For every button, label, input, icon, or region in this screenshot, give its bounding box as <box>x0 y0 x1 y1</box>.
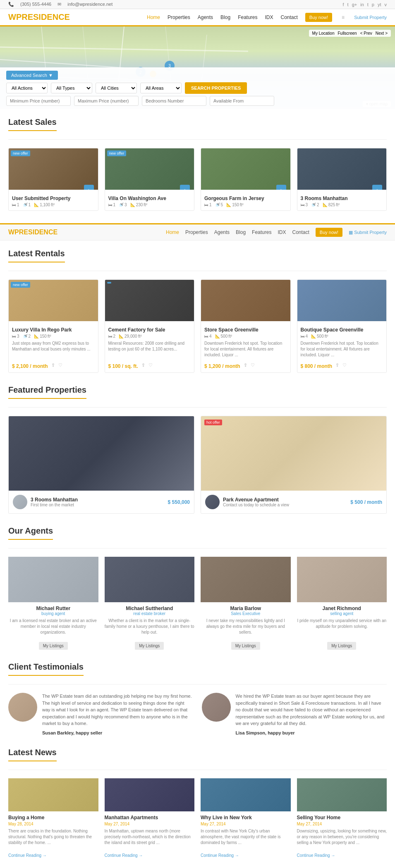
sec-submit-prop[interactable]: ▦ Submit Property <box>349 230 387 235</box>
share-icon-3[interactable]: ⇪ <box>335 362 339 368</box>
testimonial-content-1: We hired the WP Estate team as our buyer… <box>236 693 387 735</box>
svg-line-5 <box>0 47 248 51</box>
my-listings-btn-2[interactable]: My Listings <box>231 642 260 650</box>
sec-nav-features[interactable]: Features <box>252 229 271 235</box>
nav-home[interactable]: Home <box>147 14 160 20</box>
social-linkedin[interactable]: in <box>360 2 364 7</box>
agent-role-2: Sales Executive <box>201 611 291 616</box>
rental-info-0: Luxury Villa In Rego Park 🛏 3 🚿 2 📐 150 … <box>9 321 98 372</box>
next-btn[interactable]: Next > <box>376 31 388 36</box>
featured-card-0[interactable]: 3 Rooms Manhattan First time on the mark… <box>8 416 194 514</box>
nav-features[interactable]: Features <box>238 14 257 20</box>
logo[interactable]: WPRESIDENCE <box>8 12 70 22</box>
agents-divider <box>8 548 387 548</box>
email-icon: ✉ <box>57 2 61 7</box>
testimonial-name-1: Lisa Simpson, happy buyer <box>236 730 387 735</box>
favorite-icon-0[interactable]: ♡ <box>58 362 62 368</box>
social-facebook[interactable]: f <box>343 2 344 7</box>
testimonials-title: Client Testimonials <box>8 662 84 676</box>
my-location-btn[interactable]: My Location <box>312 31 335 36</box>
continue-reading-2[interactable]: Continue Reading → <box>201 853 291 858</box>
nav-properties[interactable]: Properties <box>168 14 190 20</box>
agent-card-0: Michael Rutter buying agent I am a licen… <box>8 557 98 650</box>
nav-agents[interactable]: Agents <box>198 14 213 20</box>
latest-rentals-section: Latest Rentals new offer Luxury Villa In… <box>8 249 387 373</box>
favorite-icon-2[interactable]: ♡ <box>251 362 255 368</box>
social-vine[interactable]: v <box>385 2 387 7</box>
search-inputs-row <box>6 96 389 106</box>
favorite-icon-1[interactable]: ♡ <box>148 362 153 368</box>
my-listings-btn-0[interactable]: My Listings <box>39 642 68 650</box>
sec-nav-idx[interactable]: IDX <box>278 229 286 235</box>
rental-actions-0: $ 2,100 / month ⇪ ♡ <box>12 361 95 369</box>
actions-filter[interactable]: All Actions <box>6 83 48 93</box>
agent-role-0: buying agent <box>8 611 98 616</box>
sec-nav-home[interactable]: Home <box>166 229 179 235</box>
submit-property-link[interactable]: Submit Property <box>354 15 387 20</box>
share-icon-0[interactable]: ⇪ <box>51 362 55 368</box>
max-price-input[interactable] <box>74 96 139 106</box>
logo-wp: WP <box>8 12 22 21</box>
sec-nav-contact[interactable]: Contact <box>292 229 309 235</box>
rental-info-1: Cement Factory for Sale 🛏 2 📐 29,000 ft²… <box>105 321 194 372</box>
search-properties-button[interactable]: SEARCH PROPERTIES <box>185 82 247 94</box>
email-address: info@wpresidence.net <box>67 2 113 7</box>
nav-contact[interactable]: Contact <box>281 14 298 20</box>
min-price-input[interactable] <box>6 96 71 106</box>
map-container: 2 3 My Location Fullscreen < Prev Next >… <box>0 26 395 109</box>
buy-now-button[interactable]: Buy now! <box>305 13 332 22</box>
social-tumblr[interactable]: t <box>367 2 369 7</box>
map-navigation[interactable]: My Location Fullscreen < Prev Next > <box>309 30 391 37</box>
my-listings-btn-3[interactable]: My Listings <box>327 642 356 650</box>
types-filter[interactable]: All Types <box>51 83 92 93</box>
news-date-3: May 27, 2014 <box>297 822 387 826</box>
featured-price-1: $ 500 / month <box>350 499 382 505</box>
rental-card-0[interactable]: new offer Luxury Villa In Rego Park 🛏 3 … <box>8 279 98 373</box>
advanced-search-button[interactable]: Advanced Search ▼ <box>6 71 58 80</box>
rental-info-3: Boutique Space Greenville 🛏 4 📐 500 ft² … <box>297 321 387 372</box>
sale-card-3[interactable]: ⌂ 3 Rooms Manhattan 🛏 3 🚿 2 📐 825 ft² <box>297 148 387 211</box>
contact-info: 📞 (305) 555-4446 ✉ info@wpresidence.net <box>8 2 113 7</box>
featured-img-0 <box>9 416 194 491</box>
testimonial-photo-0 <box>8 693 37 722</box>
sec-buy-now[interactable]: Buy now! <box>316 228 342 237</box>
sale-card-2[interactable]: ⌂ Gorgeous Farm in Jersey 🛏 1 🚿 5 📐 150 … <box>201 148 291 211</box>
news-divider <box>8 770 387 770</box>
continue-reading-1[interactable]: Continue Reading → <box>105 853 195 858</box>
share-icon-1[interactable]: ⇪ <box>141 362 145 368</box>
map-background[interactable]: 2 3 My Location Fullscreen < Prev Next >… <box>0 26 395 109</box>
nav-blog[interactable]: Blog <box>220 14 230 20</box>
social-google[interactable]: g+ <box>352 2 357 7</box>
sec-nav-properties[interactable]: Properties <box>185 229 208 235</box>
rental-title-0: Luxury Villa In Rego Park <box>12 327 95 333</box>
favorite-icon-3[interactable]: ♡ <box>342 362 347 368</box>
rental-card-1[interactable]: Cement Factory for Sale 🛏 2 📐 29,000 ft²… <box>105 279 195 373</box>
news-card-0: Buying a Home May 28, 2014 There are cra… <box>8 778 98 858</box>
cities-filter[interactable]: All Cities <box>96 83 137 93</box>
sec-nav-agents[interactable]: Agents <box>214 229 230 235</box>
property-icon-3: ⌂ <box>372 185 382 190</box>
header: WPRESIDENCE Home Properties Agents Blog … <box>0 9 395 26</box>
social-links[interactable]: f t g+ in t p yt v <box>343 2 387 7</box>
news-date-0: May 28, 2014 <box>8 822 98 826</box>
featured-card-1[interactable]: hot offer Park Avenue Apartment Contact … <box>201 416 387 514</box>
continue-reading-3[interactable]: Continue Reading → <box>297 853 387 858</box>
social-pinterest[interactable]: p <box>372 2 374 7</box>
social-youtube[interactable]: yt <box>378 2 381 7</box>
sec-nav-blog[interactable]: Blog <box>236 229 246 235</box>
share-icon-2[interactable]: ⇪ <box>244 362 247 368</box>
continue-reading-0[interactable]: Continue Reading → <box>8 853 98 858</box>
prev-btn[interactable]: < Prev <box>360 31 372 36</box>
rental-card-3[interactable]: Boutique Space Greenville 🛏 4 📐 500 ft² … <box>297 279 387 373</box>
fullscreen-btn[interactable]: Fullscreen <box>338 31 357 36</box>
available-from-input[interactable] <box>210 96 274 106</box>
areas-filter[interactable]: All Areas <box>140 83 182 93</box>
social-twitter[interactable]: t <box>347 2 349 7</box>
sale-card-0[interactable]: new offer ⌂ User Submitted Property 🛏 1 … <box>8 148 98 211</box>
nav-idx[interactable]: IDX <box>265 14 273 20</box>
baths-2: 🚿 5 <box>215 203 223 207</box>
sale-card-1[interactable]: new offer ⌂ Villa On Washington Ave 🛏 1 … <box>105 148 195 211</box>
rental-card-2[interactable]: Store Space Greenville 🛏 4 📐 500 ft² Dow… <box>201 279 291 373</box>
bedrooms-input[interactable] <box>142 96 206 106</box>
my-listings-btn-1[interactable]: My Listings <box>135 642 164 650</box>
